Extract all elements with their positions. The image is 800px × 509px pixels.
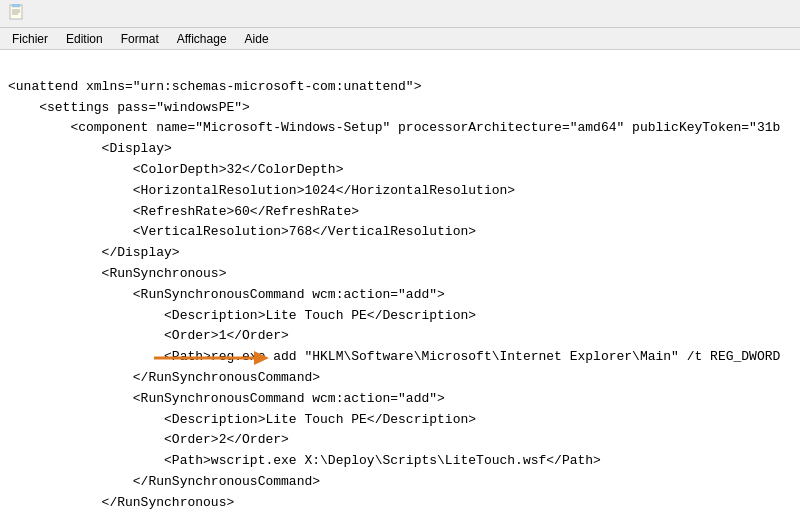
line-text-11: <RunSynchronousCommand wcm:action="add"> (8, 285, 445, 306)
line-7: <RefreshRate>60</RefreshRate> (8, 202, 792, 223)
line-2: <settings pass="windowsPE"> (8, 98, 792, 119)
line-text-5: <ColorDepth>32</ColorDepth> (8, 160, 343, 181)
line-text-2: <settings pass="windowsPE"> (8, 98, 250, 119)
line-text-21: </RunSynchronous> (8, 493, 234, 509)
line-text-17: <Description>Lite Touch PE</Description> (8, 410, 476, 431)
line-text-7: <RefreshRate>60</RefreshRate> (8, 202, 359, 223)
line-15: </RunSynchronousCommand> (8, 368, 792, 389)
notepad-icon (8, 4, 24, 23)
arrow-indicator (154, 347, 269, 369)
line-19: <Path>wscript.exe X:\Deploy\Scripts\Lite… (8, 451, 792, 472)
line-text-10: <RunSynchronous> (8, 264, 226, 285)
line-4: <Display> (8, 139, 792, 160)
line-13: <Order>1</Order> (8, 326, 792, 347)
svg-marker-6 (254, 351, 269, 365)
line-1: <unattend xmlns="urn:schemas-microsoft-c… (8, 77, 792, 98)
editor-content[interactable]: <unattend xmlns="urn:schemas-microsoft-c… (0, 50, 800, 509)
line-8: <VerticalResolution>768</VerticalResolut… (8, 222, 792, 243)
line-9: </Display> (8, 243, 792, 264)
line-text-13: <Order>1</Order> (8, 326, 289, 347)
line-11: <RunSynchronousCommand wcm:action="add"> (8, 285, 792, 306)
line-text-1: <unattend xmlns="urn:schemas-microsoft-c… (8, 77, 421, 98)
line-5: <ColorDepth>32</ColorDepth> (8, 160, 792, 181)
line-20: </RunSynchronousCommand> (8, 472, 792, 493)
line-text-8: <VerticalResolution>768</VerticalResolut… (8, 222, 476, 243)
line-text-3: <component name="Microsoft-Windows-Setup… (8, 118, 780, 139)
menu-edition[interactable]: Edition (58, 30, 111, 48)
line-16: <RunSynchronousCommand wcm:action="add"> (8, 389, 792, 410)
menu-aide[interactable]: Aide (237, 30, 277, 48)
line-18: <Order>2</Order> (8, 430, 792, 451)
line-text-9: </Display> (8, 243, 180, 264)
svg-rect-1 (12, 4, 20, 7)
line-text-16: <RunSynchronousCommand wcm:action="add"> (8, 389, 445, 410)
line-14: <Path>reg.exe add "HKLM\Software\Microso… (8, 347, 792, 368)
line-text-15: </RunSynchronousCommand> (8, 368, 320, 389)
line-text-14: <Path>reg.exe add "HKLM\Software\Microso… (8, 347, 780, 368)
title-bar (0, 0, 800, 28)
menu-bar: Fichier Edition Format Affichage Aide (0, 28, 800, 50)
line-text-18: <Order>2</Order> (8, 430, 289, 451)
line-10: <RunSynchronous> (8, 264, 792, 285)
line-text-12: <Description>Lite Touch PE</Description> (8, 306, 476, 327)
line-3: <component name="Microsoft-Windows-Setup… (8, 118, 792, 139)
line-6: <HorizontalResolution>1024</HorizontalRe… (8, 181, 792, 202)
line-17: <Description>Lite Touch PE</Description> (8, 410, 792, 431)
line-text-20: </RunSynchronousCommand> (8, 472, 320, 493)
line-12: <Description>Lite Touch PE</Description> (8, 306, 792, 327)
line-21: </RunSynchronous> (8, 493, 792, 509)
line-text-4: <Display> (8, 139, 172, 160)
line-text-6: <HorizontalResolution>1024</HorizontalRe… (8, 181, 515, 202)
menu-affichage[interactable]: Affichage (169, 30, 235, 48)
line-text-19: <Path>wscript.exe X:\Deploy\Scripts\Lite… (8, 451, 601, 472)
menu-fichier[interactable]: Fichier (4, 30, 56, 48)
menu-format[interactable]: Format (113, 30, 167, 48)
